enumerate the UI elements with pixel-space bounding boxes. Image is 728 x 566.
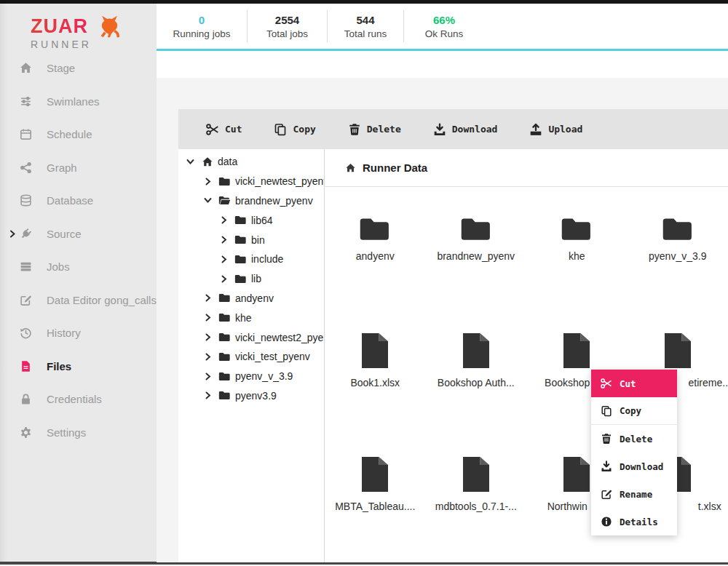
item-label: MBTA_Tableau.... (335, 501, 415, 512)
sidebar-item-jobs[interactable]: Jobs (0, 250, 157, 284)
tree-label: khe (235, 312, 252, 324)
file-icon (360, 456, 390, 493)
tree-item-andyenv[interactable]: andyenv (178, 289, 324, 308)
sidebar-item-graph[interactable]: Graph (0, 151, 157, 185)
tree-label: brandnew_pyenv (235, 195, 313, 207)
sidebar-item-data-editor[interactable]: Data Editor gong_calls (0, 284, 157, 317)
context-menu: Cut Copy Delete Download Rename Details (591, 370, 677, 535)
chevron-right-icon[interactable] (218, 215, 230, 226)
tree-item-vicki-test-pyenv[interactable]: vicki_test_pyenv (178, 347, 324, 367)
chevron-right-icon[interactable] (202, 351, 214, 362)
chevron-right-icon[interactable] (202, 371, 214, 382)
file-icon (561, 332, 592, 369)
sidebar-item-label: Settings (47, 426, 86, 439)
folder-icon (234, 274, 247, 284)
sidebar-item-credentials[interactable]: Credentials (0, 383, 157, 416)
tree-label: vicki_test_pyenv (235, 351, 310, 362)
tree-label: pyenv3.9 (235, 390, 277, 402)
download-icon (601, 461, 612, 472)
context-menu-rename[interactable]: Rename (591, 480, 677, 508)
file-icon (461, 456, 491, 493)
tree-item-brandnew-pyenv[interactable]: brandnew_pyenv (178, 191, 324, 211)
delete-button[interactable]: Delete (348, 123, 401, 136)
tree-label: lib (251, 273, 261, 284)
item-label: Bookshop Auth... (438, 377, 515, 388)
grid-item-file[interactable]: mdbtools_0.7.1-... (426, 456, 527, 565)
item-label: mdbtools_0.7.1-... (435, 501, 517, 512)
download-button[interactable]: Download (433, 123, 498, 136)
sidebar-item-files[interactable]: Files (0, 350, 157, 383)
tree-item-lib[interactable]: lib (178, 269, 324, 289)
grid-item-file[interactable]: MBTA_Tableau.... (325, 456, 426, 565)
folder-icon (218, 292, 231, 303)
stats-bar: 0 Running jobs 2554 Total jobs 544 Total… (157, 4, 728, 51)
stat-value: 2554 (275, 14, 299, 26)
sidebar-item-label: Stage (47, 62, 75, 74)
tree-item-lib64[interactable]: lib64 (178, 210, 324, 230)
grid-item-file[interactable]: Book1.xlsx (325, 332, 426, 456)
folder-icon (218, 351, 231, 362)
sidebar-item-label: Source (47, 228, 82, 240)
brand-name: ZUAR (31, 15, 92, 38)
tree-item-vicki-newtest2-pyenv[interactable]: vicki_newtest2_pyenv (178, 327, 324, 347)
chevron-right-icon[interactable] (202, 332, 214, 343)
stat-label: Total jobs (266, 28, 308, 39)
list-icon (20, 260, 32, 273)
panel-title: Runner Data (363, 162, 427, 174)
stat-label: Ok Runs (425, 28, 464, 39)
chevron-right-icon[interactable] (218, 274, 230, 284)
tree-item-vicki-newtest-pyenv[interactable]: vicki_newtest_pyenv (178, 172, 324, 191)
tree-item-pyenv3-9[interactable]: pyenv3.9 (178, 386, 324, 406)
copy-button[interactable]: Copy (274, 123, 315, 136)
sidebar-item-database[interactable]: Database (0, 184, 157, 218)
folder-icon (218, 176, 231, 187)
sidebar-item-label: Swimlanes (47, 95, 100, 108)
item-label: pyenv_v_3.9 (649, 250, 706, 262)
sidebar-item-swimlanes[interactable]: Swimlanes (0, 85, 157, 119)
chevron-right-icon[interactable] (202, 176, 214, 187)
chevron-down-icon[interactable] (202, 195, 214, 206)
sidebar-item-schedule[interactable]: Schedule (0, 118, 157, 151)
app-logo: ZUAR RUNNER (31, 15, 92, 50)
menu-label: Cut (620, 378, 636, 389)
tree-item-khe[interactable]: khe (178, 308, 324, 327)
sidebar-item-history[interactable]: History (0, 316, 157, 350)
scissors-icon (601, 378, 612, 389)
grid-item-file[interactable]: Bookshop Auth... (426, 332, 527, 456)
rename-icon (601, 488, 612, 500)
chevron-right-icon[interactable] (202, 292, 214, 303)
tree-item-pyenv-v-3-9[interactable]: pyenv_v_3.9 (178, 367, 324, 386)
tree-item-bin[interactable]: bin (178, 230, 324, 250)
file-icon (20, 360, 32, 372)
upload-icon (529, 123, 542, 136)
sidebar-item-source[interactable]: Source (0, 218, 157, 251)
tree-item-data[interactable]: data (178, 152, 324, 172)
context-menu-download[interactable]: Download (591, 453, 677, 480)
context-menu-delete[interactable]: Delete (591, 425, 677, 453)
tree-item-include[interactable]: include (178, 250, 324, 269)
chevron-right-icon[interactable] (218, 234, 230, 245)
sidebar-item-settings[interactable]: Settings (0, 416, 157, 450)
sidebar: ZUAR RUNNER Stage Swimlanes Schedule Gra… (0, 4, 157, 562)
folder-icon (218, 312, 231, 323)
chevron-down-icon[interactable] (184, 156, 197, 167)
grid-item-folder[interactable]: khe (526, 216, 628, 332)
context-menu-cut[interactable]: Cut (591, 370, 677, 397)
share-icon (20, 162, 32, 174)
stat-value: 0 (199, 14, 205, 26)
context-menu-details[interactable]: Details (591, 508, 677, 535)
chevron-right-icon[interactable] (218, 254, 230, 265)
tree-label: pyenv_v_3.9 (235, 370, 293, 382)
upload-button[interactable]: Upload (529, 123, 582, 136)
grid-item-folder[interactable]: pyenv_v_3.9 (628, 216, 728, 332)
sidebar-item-label: Database (47, 194, 93, 207)
chevron-right-icon[interactable] (202, 390, 214, 401)
context-menu-copy[interactable]: Copy (591, 397, 677, 425)
sidebar-item-stage[interactable]: Stage (0, 52, 157, 85)
stat-label: Total runs (344, 28, 387, 39)
grid-item-folder[interactable]: andyenv (325, 216, 426, 332)
tree-label: andyenv (235, 292, 274, 304)
grid-item-folder[interactable]: brandnew_pyenv (426, 216, 527, 332)
cut-button[interactable]: Cut (206, 123, 242, 136)
chevron-right-icon[interactable] (202, 312, 214, 323)
